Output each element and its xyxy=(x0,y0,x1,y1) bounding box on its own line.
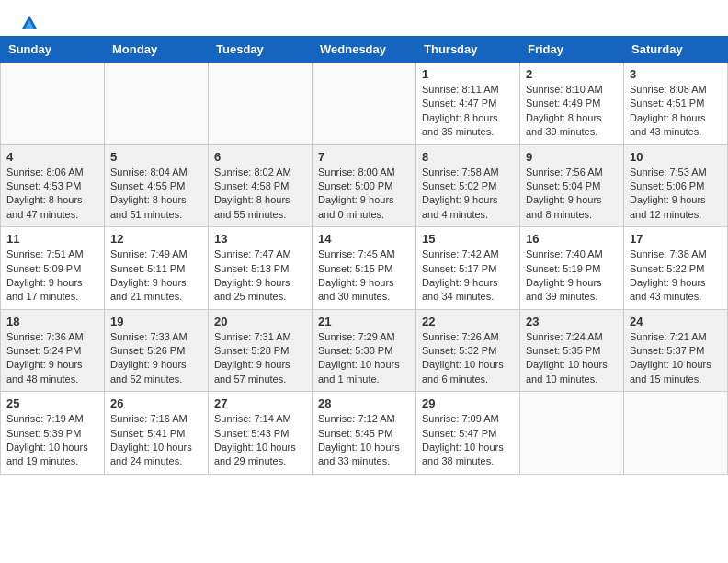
day-number: 20 xyxy=(214,315,306,328)
day-info: Sunset: 5:39 PM xyxy=(6,427,98,441)
calendar-header-friday: Friday xyxy=(520,37,624,63)
day-info: Sunset: 5:45 PM xyxy=(318,427,410,441)
day-info: Sunrise: 7:31 AM xyxy=(214,330,306,344)
day-info: Sunset: 5:11 PM xyxy=(110,262,202,276)
day-info: Sunrise: 8:00 AM xyxy=(318,166,410,179)
calendar-cell: 4Sunrise: 8:06 AMSunset: 4:53 PMDaylight… xyxy=(1,144,105,227)
day-info: Sunset: 5:35 PM xyxy=(526,344,618,358)
calendar-cell: 1Sunrise: 8:11 AMSunset: 4:47 PMDaylight… xyxy=(416,63,520,145)
day-info: Sunrise: 7:29 AM xyxy=(318,330,410,344)
calendar-cell: 3Sunrise: 8:08 AMSunset: 4:51 PMDaylight… xyxy=(624,63,728,145)
day-info: Daylight: 10 hours and 19 minutes. xyxy=(6,441,98,469)
calendar-cell: 28Sunrise: 7:12 AMSunset: 5:45 PMDayligh… xyxy=(313,392,416,475)
day-number: 25 xyxy=(6,396,98,410)
calendar-header-monday: Monday xyxy=(105,37,209,63)
day-info: Daylight: 8 hours and 47 minutes. xyxy=(6,193,98,222)
day-info: Sunset: 5:04 PM xyxy=(526,179,618,193)
calendar-cell: 8Sunrise: 7:58 AMSunset: 5:02 PMDaylight… xyxy=(416,144,520,227)
day-number: 12 xyxy=(110,232,202,246)
day-info: Daylight: 9 hours and 4 minutes. xyxy=(422,193,514,222)
day-info: Sunset: 5:15 PM xyxy=(318,262,410,276)
calendar-header-wednesday: Wednesday xyxy=(313,37,416,63)
calendar-cell xyxy=(105,63,209,145)
calendar-cell: 9Sunrise: 7:56 AMSunset: 5:04 PMDaylight… xyxy=(520,144,624,227)
day-info: Daylight: 8 hours and 51 minutes. xyxy=(110,193,202,222)
day-info: Daylight: 9 hours and 48 minutes. xyxy=(6,358,98,386)
calendar-cell: 19Sunrise: 7:33 AMSunset: 5:26 PMDayligh… xyxy=(105,309,209,392)
day-number: 17 xyxy=(630,232,722,246)
day-number: 23 xyxy=(526,315,618,328)
day-number: 15 xyxy=(422,232,514,246)
day-number: 14 xyxy=(318,232,410,246)
calendar-cell: 22Sunrise: 7:26 AMSunset: 5:32 PMDayligh… xyxy=(416,309,520,392)
day-info: Daylight: 9 hours and 39 minutes. xyxy=(526,276,618,304)
day-info: Sunset: 5:43 PM xyxy=(214,427,306,441)
day-info: Sunrise: 7:53 AM xyxy=(630,166,722,179)
day-info: Sunset: 5:32 PM xyxy=(422,344,514,358)
day-info: Daylight: 8 hours and 43 minutes. xyxy=(630,111,722,140)
day-info: Sunset: 5:37 PM xyxy=(630,344,722,358)
day-info: Sunrise: 8:02 AM xyxy=(214,166,306,179)
day-info: Daylight: 9 hours and 43 minutes. xyxy=(630,276,722,304)
day-info: Daylight: 9 hours and 52 minutes. xyxy=(110,358,202,386)
calendar-cell: 18Sunrise: 7:36 AMSunset: 5:24 PMDayligh… xyxy=(1,309,105,392)
day-info: Sunrise: 7:47 AM xyxy=(214,247,306,261)
page-header xyxy=(0,0,728,31)
day-number: 2 xyxy=(526,67,618,81)
day-number: 5 xyxy=(110,150,202,164)
day-number: 19 xyxy=(110,315,202,328)
day-info: Daylight: 9 hours and 12 minutes. xyxy=(630,193,722,222)
day-info: Daylight: 8 hours and 55 minutes. xyxy=(214,193,306,222)
day-info: Sunrise: 7:38 AM xyxy=(630,247,722,261)
day-info: Sunrise: 7:49 AM xyxy=(110,247,202,261)
calendar-cell: 29Sunrise: 7:09 AMSunset: 5:47 PMDayligh… xyxy=(416,392,520,475)
day-info: Sunset: 5:02 PM xyxy=(422,179,514,193)
calendar-header-row: SundayMondayTuesdayWednesdayThursdayFrid… xyxy=(1,37,728,63)
day-number: 4 xyxy=(6,150,98,164)
day-number: 1 xyxy=(422,67,514,81)
calendar-cell: 13Sunrise: 7:47 AMSunset: 5:13 PMDayligh… xyxy=(209,227,313,310)
day-info: Daylight: 10 hours and 33 minutes. xyxy=(318,441,410,469)
calendar-cell: 21Sunrise: 7:29 AMSunset: 5:30 PMDayligh… xyxy=(313,309,416,392)
day-number: 13 xyxy=(214,232,306,246)
day-info: Sunrise: 7:45 AM xyxy=(318,247,410,261)
day-info: Daylight: 9 hours and 0 minutes. xyxy=(318,193,410,222)
day-info: Daylight: 10 hours and 38 minutes. xyxy=(422,441,514,469)
day-info: Sunrise: 7:09 AM xyxy=(422,412,514,426)
day-info: Sunset: 5:06 PM xyxy=(630,179,722,193)
calendar-cell: 23Sunrise: 7:24 AMSunset: 5:35 PMDayligh… xyxy=(520,309,624,392)
day-info: Daylight: 9 hours and 17 minutes. xyxy=(6,276,98,304)
day-info: Daylight: 10 hours and 29 minutes. xyxy=(214,441,306,469)
logo xyxy=(18,14,40,27)
day-number: 11 xyxy=(6,232,98,246)
calendar-header-saturday: Saturday xyxy=(624,37,728,63)
day-number: 18 xyxy=(6,315,98,328)
logo-icon xyxy=(20,14,39,32)
day-info: Sunrise: 8:11 AM xyxy=(422,83,514,97)
calendar-cell: 16Sunrise: 7:40 AMSunset: 5:19 PMDayligh… xyxy=(520,227,624,310)
day-info: Sunset: 4:51 PM xyxy=(630,97,722,110)
day-info: Sunrise: 8:06 AM xyxy=(6,166,98,179)
calendar-cell: 27Sunrise: 7:14 AMSunset: 5:43 PMDayligh… xyxy=(209,392,313,475)
calendar-cell xyxy=(520,392,624,475)
day-info: Sunrise: 7:24 AM xyxy=(526,330,618,344)
calendar-week-5: 25Sunrise: 7:19 AMSunset: 5:39 PMDayligh… xyxy=(1,392,728,475)
day-number: 10 xyxy=(630,150,722,164)
calendar-week-1: 1Sunrise: 8:11 AMSunset: 4:47 PMDaylight… xyxy=(1,63,728,145)
calendar-cell: 2Sunrise: 8:10 AMSunset: 4:49 PMDaylight… xyxy=(520,63,624,145)
day-number: 22 xyxy=(422,315,514,328)
day-info: Sunrise: 7:14 AM xyxy=(214,412,306,426)
day-info: Sunrise: 7:40 AM xyxy=(526,247,618,261)
day-info: Daylight: 9 hours and 8 minutes. xyxy=(526,193,618,222)
day-info: Sunset: 5:26 PM xyxy=(110,344,202,358)
day-info: Sunrise: 7:56 AM xyxy=(526,166,618,179)
calendar-cell: 26Sunrise: 7:16 AMSunset: 5:41 PMDayligh… xyxy=(105,392,209,475)
day-info: Sunrise: 7:36 AM xyxy=(6,330,98,344)
calendar-cell: 25Sunrise: 7:19 AMSunset: 5:39 PMDayligh… xyxy=(1,392,105,475)
day-info: Sunset: 5:47 PM xyxy=(422,427,514,441)
calendar-header-sunday: Sunday xyxy=(1,37,105,63)
day-info: Sunset: 5:13 PM xyxy=(214,262,306,276)
day-info: Sunset: 5:30 PM xyxy=(318,344,410,358)
day-info: Daylight: 9 hours and 34 minutes. xyxy=(422,276,514,304)
day-info: Sunrise: 7:42 AM xyxy=(422,247,514,261)
